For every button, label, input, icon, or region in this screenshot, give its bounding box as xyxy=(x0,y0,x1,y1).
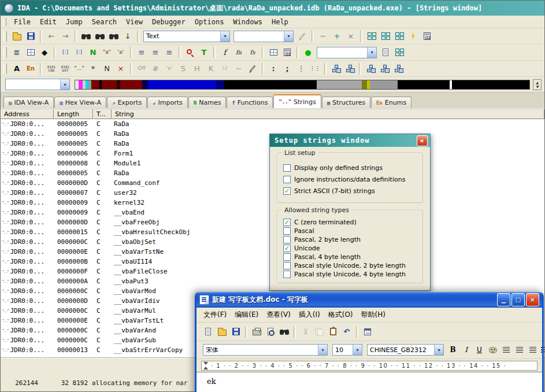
menu-options[interactable]: Options xyxy=(191,17,228,27)
edit-type-button[interactable] xyxy=(246,62,259,75)
stop-analysis-button[interactable]: ◆ xyxy=(38,46,51,59)
font-combobox[interactable]: 宋体 ▾ xyxy=(203,344,328,356)
tab-imports[interactable]: ↙Imports xyxy=(147,97,188,108)
make-name-button[interactable]: N xyxy=(100,62,114,75)
column-header-string[interactable]: String xyxy=(112,109,544,119)
wordpad-title-bar[interactable]: 新建 写字板文档.doc - 写字板 ▁ □ × xyxy=(197,292,542,308)
find-button[interactable] xyxy=(277,326,291,338)
dialog-title-bar[interactable]: Setup strings window × xyxy=(270,134,430,147)
checkbox-c-zero-terminated[interactable]: ✓C (zero terminated) xyxy=(283,219,417,226)
checkbox-unicode[interactable]: ✓Unicode xyxy=(283,245,417,252)
italic-button[interactable]: I xyxy=(460,344,472,356)
invert-sign-button[interactable]: ~ xyxy=(232,62,246,75)
wordpad-menu-h[interactable]: 帮助(H) xyxy=(358,309,389,321)
tab-strings[interactable]: ".."Strings xyxy=(273,94,321,108)
tile-windows-button[interactable] xyxy=(365,30,379,43)
checkbox-display-only-defined-strings[interactable]: Display only defined strings xyxy=(283,164,417,172)
bullets-button[interactable] xyxy=(540,344,545,356)
chevron-down-icon[interactable]: ▾ xyxy=(220,31,229,42)
align-left-button[interactable] xyxy=(500,344,512,356)
toolbar-grip[interactable] xyxy=(3,31,7,42)
continue-process-button[interactable]: ● xyxy=(301,46,315,59)
underline-button[interactable]: U xyxy=(473,344,485,356)
checkbox-pascal-style-unicode-2-byte-length[interactable]: Pascal style Unicode, 2 byte length xyxy=(283,262,417,269)
menu-view[interactable]: View xyxy=(122,17,147,27)
menu-file[interactable]: File xyxy=(10,17,35,27)
close-button[interactable]: × xyxy=(417,135,428,146)
xref-graph-button[interactable] xyxy=(343,62,357,75)
checkbox-pascal[interactable]: Pascal xyxy=(283,227,417,235)
segment-type-button[interactable]: S xyxy=(176,62,190,75)
column-header-type[interactable]: T... xyxy=(93,109,112,119)
font-size-combobox[interactable]: 10 ▾ xyxy=(332,344,362,356)
create-struct-button[interactable]: [:] xyxy=(58,46,72,59)
checkbox-unchecked-icon[interactable] xyxy=(283,164,291,172)
chevron-down-icon[interactable]: ▾ xyxy=(318,345,327,355)
indent-comment-button[interactable]: ⋮ xyxy=(294,62,308,75)
open-document-button[interactable] xyxy=(215,326,229,338)
checkbox-unchecked-icon[interactable] xyxy=(283,253,291,261)
debugger-combo-combobox[interactable]: ▾ xyxy=(317,47,377,58)
new-document-button[interactable] xyxy=(201,326,215,338)
chevron-down-icon[interactable]: ▾ xyxy=(367,47,376,58)
checkbox-unchecked-icon[interactable] xyxy=(283,262,291,269)
function-tails-button[interactable]: fs xyxy=(246,46,259,59)
edit-function-button[interactable]: fn xyxy=(232,46,246,59)
tab-exports[interactable]: ↗Exports xyxy=(107,97,147,108)
stack-type-button[interactable]: K xyxy=(204,62,218,75)
maximize-button[interactable]: □ xyxy=(511,293,525,306)
encoding-button[interactable]: En xyxy=(24,62,38,75)
tab-structures[interactable]: ▦Structures xyxy=(322,97,370,108)
margin-marker-icon[interactable] xyxy=(203,367,208,369)
navigate-forward-button[interactable]: → xyxy=(58,30,72,43)
ida-title-bar[interactable]: IDA - C:\Documents and Settings\Administ… xyxy=(1,1,544,16)
close-button[interactable]: × xyxy=(526,293,539,306)
minimize-button[interactable]: ▁ xyxy=(497,293,510,306)
chevron-down-icon[interactable]: ▾ xyxy=(60,79,69,90)
save-database-button[interactable] xyxy=(24,30,38,43)
save-document-button[interactable] xyxy=(229,326,243,338)
colon-comment-button[interactable]: : xyxy=(266,62,280,75)
menu-jump[interactable]: Jump xyxy=(62,17,87,27)
align-directive-2-button[interactable]: ≡ xyxy=(149,46,162,59)
analysis-options-button[interactable]: A xyxy=(10,62,24,75)
make-string-button[interactable]: "…" xyxy=(72,62,86,75)
menu-edit[interactable]: Edit xyxy=(36,17,61,27)
detach-process-button[interactable] xyxy=(392,46,406,59)
open-disasm-button[interactable]: ≣ xyxy=(10,46,24,59)
undefine-button[interactable]: × xyxy=(114,62,128,75)
print-button[interactable] xyxy=(250,326,264,338)
open-calculator-button[interactable] xyxy=(420,30,434,43)
checkbox-pascal-style-unicode-4-byte-length[interactable]: Pascal style Unicode, 4 byte length xyxy=(283,271,417,278)
quick-run-button[interactable] xyxy=(406,30,420,43)
menu-search[interactable]: Search xyxy=(88,17,121,27)
wordpad-menu-o[interactable]: 格式(O) xyxy=(325,309,357,321)
search-text-button[interactable] xyxy=(93,30,107,43)
color-button[interactable] xyxy=(487,344,499,356)
search-value-combobox[interactable]: ▾ xyxy=(233,31,294,42)
offset-type-button[interactable]: Off xyxy=(135,62,149,75)
block-comment-button[interactable]: ⋮⋮ xyxy=(308,62,322,75)
chevron-down-icon[interactable]: ▾ xyxy=(353,345,362,355)
open-hex-button[interactable] xyxy=(24,46,38,59)
charset-combobox[interactable]: CHINESE_GB2312 ▾ xyxy=(367,344,444,356)
occurrence-search-button[interactable] xyxy=(183,46,197,59)
remove-entry-button[interactable]: − xyxy=(316,30,330,43)
menu-help[interactable]: Help xyxy=(268,17,292,27)
align-directive-3-button[interactable]: ≡ xyxy=(162,46,176,59)
wordpad-menu-e[interactable]: 编辑(E) xyxy=(231,309,262,321)
fraction-type-button[interactable]: /-/ xyxy=(218,62,232,75)
wordpad-menu-i[interactable]: 插入(I) xyxy=(295,309,324,321)
make-code-button[interactable]: 0101COD xyxy=(45,62,58,75)
menu-debugger[interactable]: Debugger xyxy=(148,17,190,27)
checkbox-unchecked-icon[interactable] xyxy=(283,176,291,183)
search-binary-button[interactable] xyxy=(79,30,93,43)
checkbox-checked-icon[interactable]: ✓ xyxy=(283,219,291,226)
ruler[interactable]: · 1 · · 2 · · 3 · · 4 · · 5 · · 6 · · 7 … xyxy=(197,359,542,372)
create-string-button[interactable]: "a" xyxy=(100,46,114,59)
align-center-button[interactable] xyxy=(513,344,525,356)
navband-scroll-buttons[interactable]: ▲▼ xyxy=(533,79,542,90)
create-union-button[interactable]: [:] xyxy=(72,46,86,59)
indent-marker-icon[interactable] xyxy=(203,362,208,365)
text-view-button[interactable]: T xyxy=(197,46,211,59)
